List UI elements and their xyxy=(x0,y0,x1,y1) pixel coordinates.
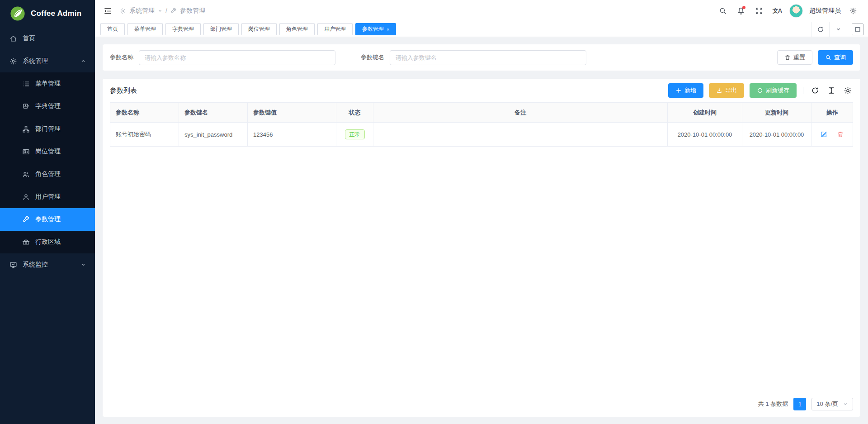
search-icon xyxy=(825,54,831,61)
sidebar-item-param-management[interactable]: 参数管理 xyxy=(0,208,95,231)
translate-icon[interactable]: 文A xyxy=(769,3,785,19)
notification-badge xyxy=(742,6,745,9)
collapse-sidebar-icon[interactable] xyxy=(100,4,115,18)
sidebar-item-role-management[interactable]: 角色管理 xyxy=(0,163,95,186)
tab-label: 部门管理 xyxy=(210,25,232,33)
sidebar-item-dict-management[interactable]: 字典管理 xyxy=(0,95,95,118)
trash-icon xyxy=(784,54,791,61)
cell-param-key: sys_init_password xyxy=(179,123,248,147)
tab-post-management[interactable]: 岗位管理 xyxy=(241,23,277,35)
sidebar-item-label: 系统监控 xyxy=(23,261,48,269)
sidebar-item-label: 行政区域 xyxy=(35,238,61,246)
param-key-input[interactable] xyxy=(390,50,586,65)
search-form-card: 参数名称 参数键名 重置 查询 xyxy=(103,44,860,71)
sidebar-item-label: 菜单管理 xyxy=(35,80,61,88)
param-name-label: 参数名称 xyxy=(110,53,133,62)
avatar[interactable] xyxy=(789,4,803,18)
table-row: 账号初始密码 sys_init_password 123456 正常 2020-… xyxy=(110,123,853,147)
cell-param-value: 123456 xyxy=(248,123,336,147)
edit-icon[interactable] xyxy=(820,131,827,138)
refresh-tab-icon[interactable] xyxy=(811,22,829,37)
card-toolbar: 新增 导出 刷新缓存 xyxy=(668,83,853,98)
sidebar-item-label: 首页 xyxy=(23,34,35,43)
sidebar-menu: 首页 系统管理 菜单管理 xyxy=(0,27,95,424)
refresh-cache-button[interactable]: 刷新缓存 xyxy=(750,83,797,98)
refresh-cache-label: 刷新缓存 xyxy=(766,86,789,95)
dictionary-icon xyxy=(22,102,30,110)
query-button[interactable]: 查询 xyxy=(818,50,853,65)
sidebar-item-label: 角色管理 xyxy=(35,170,61,178)
text-height-icon[interactable] xyxy=(826,85,837,96)
pagination-total: 共 1 条数据 xyxy=(758,400,788,408)
sidebar-item-user-management[interactable]: 用户管理 xyxy=(0,186,95,208)
org-tree-icon xyxy=(22,125,30,133)
tab-role-management[interactable]: 角色管理 xyxy=(279,23,315,35)
tab-dict-management[interactable]: 字典管理 xyxy=(165,23,201,35)
breadcrumb-separator: / xyxy=(165,7,167,14)
refresh-table-icon[interactable] xyxy=(810,85,821,96)
maximize-content-icon[interactable] xyxy=(852,24,863,35)
sidebar-item-label: 字典管理 xyxy=(35,102,61,110)
col-header-status: 状态 xyxy=(336,103,373,123)
col-header-param-value: 参数键值 xyxy=(248,103,336,123)
app-title: Coffee Admin xyxy=(31,9,81,18)
close-icon[interactable]: × xyxy=(387,27,389,32)
pagination: 共 1 条数据 1 10 条/页 xyxy=(758,398,853,410)
status-badge: 正常 xyxy=(345,129,365,139)
tab-param-management[interactable]: 参数管理 × xyxy=(355,23,396,35)
user-icon xyxy=(22,193,30,201)
col-header-actions: 操作 xyxy=(811,103,853,123)
search-icon[interactable] xyxy=(715,3,731,19)
chevron-down-icon xyxy=(158,9,162,13)
tab-label: 参数管理 xyxy=(362,25,384,33)
sidebar-item-dept-management[interactable]: 部门管理 xyxy=(0,118,95,140)
cell-status: 正常 xyxy=(336,123,373,147)
breadcrumb-level1[interactable]: 系统管理 xyxy=(129,7,155,15)
export-button[interactable]: 导出 xyxy=(709,83,744,98)
tab-dept-management[interactable]: 部门管理 xyxy=(203,23,239,35)
gear-icon xyxy=(9,57,17,65)
app-logo[interactable]: Coffee Admin xyxy=(0,0,95,27)
tab-label: 角色管理 xyxy=(286,25,308,33)
reset-label: 重置 xyxy=(793,53,805,62)
sidebar-item-admin-region[interactable]: 行政区域 xyxy=(0,231,95,253)
sidebar-item-post-management[interactable]: 岗位管理 xyxy=(0,140,95,163)
cell-remark xyxy=(373,123,668,147)
param-name-input[interactable] xyxy=(139,50,335,65)
plus-icon xyxy=(675,87,682,94)
tab-label: 字典管理 xyxy=(172,25,194,33)
param-key-field: 参数键名 xyxy=(361,50,586,65)
user-name[interactable]: 超级管理员 xyxy=(809,7,841,15)
sidebar: Coffee Admin 首页 系统管理 xyxy=(0,0,95,424)
card-title: 参数列表 xyxy=(110,86,137,95)
col-header-param-key: 参数键名 xyxy=(179,103,248,123)
tab-bar: 首页 菜单管理 字典管理 部门管理 岗位管理 角色管理 用户管理 参数管理 × xyxy=(95,22,868,37)
cell-param-name: 账号初始密码 xyxy=(110,123,179,147)
column-settings-gear-icon[interactable] xyxy=(842,85,853,96)
trash-icon[interactable] xyxy=(837,131,844,138)
chevron-down-icon xyxy=(843,401,848,407)
wrench-icon xyxy=(22,215,30,224)
page-size-select[interactable]: 10 条/页 xyxy=(811,398,853,410)
tab-options-chevron-icon[interactable] xyxy=(829,22,847,37)
id-card-icon xyxy=(22,148,30,156)
col-header-create-time: 创建时间 xyxy=(668,103,742,123)
tab-menu-management[interactable]: 菜单管理 xyxy=(127,23,163,35)
home-icon xyxy=(9,34,17,43)
sidebar-item-system-monitor[interactable]: 系统监控 xyxy=(0,253,95,276)
table-header-row: 参数名称 参数键名 参数键值 状态 备注 创建时间 更新时间 操作 xyxy=(110,103,853,123)
add-button[interactable]: 新增 xyxy=(668,83,703,98)
gear-icon[interactable] xyxy=(845,3,861,19)
tab-home[interactable]: 首页 xyxy=(100,23,125,35)
tab-label: 用户管理 xyxy=(324,25,346,33)
reset-button[interactable]: 重置 xyxy=(777,50,812,65)
tab-user-management[interactable]: 用户管理 xyxy=(317,23,353,35)
bell-icon[interactable] xyxy=(733,3,749,19)
sidebar-item-menu-management[interactable]: 菜单管理 xyxy=(0,72,95,95)
sidebar-item-system-management[interactable]: 系统管理 xyxy=(0,50,95,72)
col-header-update-time: 更新时间 xyxy=(742,103,811,123)
fullscreen-icon[interactable] xyxy=(751,3,767,19)
page-1-button[interactable]: 1 xyxy=(793,398,806,410)
sidebar-item-home[interactable]: 首页 xyxy=(0,27,95,50)
tab-label: 首页 xyxy=(107,25,118,33)
